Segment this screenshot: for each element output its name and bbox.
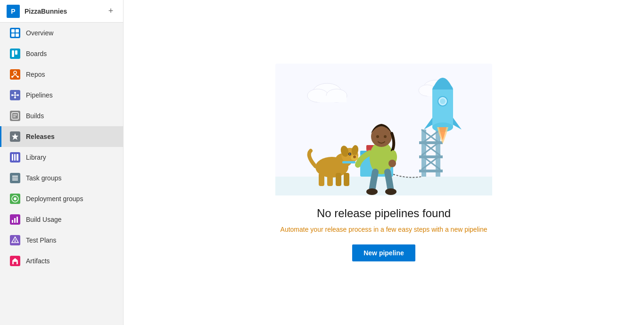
svg-rect-76 [336, 173, 341, 186]
sidebar-item-label-overview: Overview [26, 29, 53, 37]
releases-icon [10, 131, 20, 142]
svg-rect-5 [15, 50, 17, 55]
svg-point-72 [349, 154, 350, 154]
org-name: PizzaBunnies [25, 8, 105, 15]
svg-point-12 [17, 94, 19, 96]
sidebar-item-pipelines[interactable]: Pipelines [0, 85, 123, 106]
sidebar-item-releases[interactable]: Releases [0, 126, 123, 147]
svg-rect-77 [344, 173, 349, 186]
sidebar-item-label-builds: Builds [26, 112, 44, 120]
sidebar-item-buildusage[interactable]: Build Usage [0, 209, 123, 230]
svg-rect-2 [11, 33, 15, 37]
sidebar-header: P PizzaBunnies + [0, 0, 123, 23]
sidebar-item-label-deployment: Deployment groups [26, 195, 83, 203]
svg-rect-42 [275, 177, 492, 195]
sidebar-item-library[interactable]: Library [0, 147, 123, 168]
svg-point-8 [17, 76, 19, 78]
svg-point-82 [388, 160, 396, 167]
sidebar-item-label-taskgroups: Task groups [26, 174, 61, 182]
svg-rect-1 [16, 29, 19, 32]
svg-rect-18 [12, 154, 13, 161]
svg-point-29 [15, 241, 16, 242]
nav-list: OverviewBoardsReposPipelinesBuildsReleas… [0, 23, 123, 271]
org-avatar: P [7, 5, 20, 18]
library-icon [10, 152, 20, 162]
buildusage-icon [10, 214, 20, 225]
sidebar-item-label-pipelines: Pipelines [26, 91, 53, 99]
artifacts-icon [10, 256, 20, 266]
empty-subtitle: Automate your release process in a few e… [281, 226, 487, 233]
sidebar-item-label-buildusage: Build Usage [26, 216, 62, 223]
svg-rect-73 [342, 161, 355, 163]
empty-title: No release pipelines found [317, 207, 451, 220]
builds-icon [10, 111, 20, 121]
svg-point-10 [14, 92, 16, 94]
svg-rect-75 [327, 173, 333, 186]
sidebar-item-testplans[interactable]: Test Plans [0, 230, 123, 251]
sidebar-item-label-testplans: Test Plans [26, 236, 57, 244]
svg-point-81 [384, 135, 387, 138]
svg-rect-19 [14, 154, 16, 161]
svg-rect-74 [319, 173, 324, 186]
svg-rect-0 [11, 29, 15, 32]
main-content: No release pipelines found Automate your… [124, 0, 644, 325]
pipelines-icon [10, 90, 20, 100]
svg-point-9 [11, 94, 13, 96]
sidebar-item-builds[interactable]: Builds [0, 106, 123, 126]
svg-rect-55 [432, 89, 453, 127]
overview-icon [10, 28, 20, 38]
svg-point-25 [14, 197, 17, 200]
svg-rect-15 [12, 113, 18, 119]
sidebar-item-label-repos: Repos [26, 71, 45, 78]
svg-point-58 [440, 98, 446, 104]
svg-point-80 [376, 135, 379, 138]
sidebar: P PizzaBunnies + OverviewBoardsReposPipe… [0, 0, 124, 325]
sidebar-item-label-boards: Boards [26, 50, 47, 57]
sidebar-item-label-artifacts: Artifacts [26, 257, 50, 265]
new-pipeline-button[interactable]: New pipeline [352, 244, 415, 261]
svg-rect-28 [17, 217, 18, 223]
sidebar-item-label-releases: Releases [26, 133, 55, 140]
svg-rect-32 [14, 262, 17, 264]
sidebar-item-overview[interactable]: Overview [0, 23, 123, 43]
repos-icon [10, 69, 20, 80]
svg-rect-47 [419, 170, 443, 172]
svg-point-83 [366, 188, 378, 195]
sidebar-item-boards[interactable]: Boards [0, 43, 123, 64]
taskgroups-icon [10, 173, 20, 183]
sidebar-item-label-library: Library [26, 154, 46, 161]
svg-point-7 [11, 76, 13, 78]
testplans-icon [10, 235, 20, 245]
boards-icon [10, 49, 20, 59]
svg-rect-20 [17, 154, 18, 161]
sidebar-item-artifacts[interactable]: Artifacts [0, 251, 123, 271]
svg-rect-37 [317, 96, 347, 102]
sidebar-item-repos[interactable]: Repos [0, 64, 123, 85]
sidebar-item-taskgroups[interactable]: Task groups [0, 168, 123, 188]
svg-rect-3 [16, 33, 19, 37]
svg-rect-26 [12, 220, 13, 223]
svg-rect-4 [12, 50, 14, 57]
add-org-button[interactable]: + [105, 6, 116, 17]
svg-point-6 [14, 71, 17, 74]
svg-point-11 [14, 97, 16, 98]
svg-point-84 [385, 188, 396, 195]
svg-rect-27 [14, 218, 16, 223]
sidebar-item-deployment[interactable]: Deployment groups [0, 188, 123, 209]
illustration [275, 64, 492, 195]
svg-point-70 [353, 155, 356, 158]
deployment-icon [10, 194, 20, 204]
